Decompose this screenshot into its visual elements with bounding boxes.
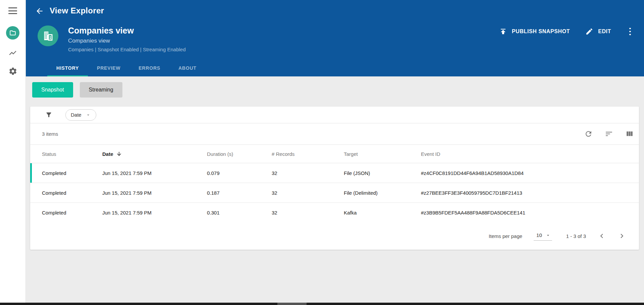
items-per-page-label: Items per page	[489, 233, 522, 239]
table-row[interactable]: Completed Jun 15, 2021 7:59 PM 0.079 32 …	[30, 163, 639, 183]
page-range-label: 1 - 3 of 3	[566, 233, 586, 239]
columns-icon[interactable]	[625, 130, 634, 138]
history-card: Date 3 items	[30, 107, 639, 250]
edit-button[interactable]: EDIT	[585, 27, 611, 36]
tab-bar: HISTORY PREVIEW ERRORS ABOUT	[47, 60, 206, 76]
view-title: Companies view	[68, 25, 186, 36]
cell-target: Kafka	[344, 210, 421, 216]
next-page-chevron-icon[interactable]	[618, 232, 626, 240]
cell-records: 32	[272, 170, 344, 176]
cell-target: File (JSON)	[344, 170, 421, 176]
date-filter-chip[interactable]: Date	[65, 109, 96, 121]
column-header-event-id[interactable]: Event ID	[421, 151, 639, 157]
cell-status: Completed	[42, 210, 102, 216]
cell-duration: 0.079	[207, 170, 272, 176]
snapshot-toggle-button[interactable]: Snapshot	[32, 82, 73, 98]
cell-date: Jun 15, 2021 7:59 PM	[102, 170, 207, 176]
cell-records: 32	[272, 190, 344, 196]
page-size-select[interactable]: 10	[534, 231, 552, 241]
sort-descending-icon	[116, 151, 122, 157]
tab-errors[interactable]: ERRORS	[129, 60, 169, 76]
sidebar-item-settings[interactable]	[8, 66, 17, 76]
settings-gear-icon	[8, 67, 17, 76]
tab-about[interactable]: ABOUT	[169, 60, 206, 76]
sidebar-item-views[interactable]	[6, 26, 19, 40]
pagination-bar: Items per page 10 1 - 3 of 3	[30, 223, 639, 249]
cell-duration: 0.187	[207, 190, 272, 196]
column-header-records[interactable]: # Records	[272, 151, 344, 157]
page-size-value: 10	[536, 232, 542, 238]
column-header-duration[interactable]: Duration (s)	[207, 151, 272, 157]
previous-page-chevron-icon[interactable]	[597, 232, 606, 240]
edit-pencil-icon	[585, 27, 593, 36]
sidebar-item-metrics[interactable]	[8, 48, 17, 58]
chevron-down-icon	[545, 233, 551, 238]
column-header-status[interactable]: Status	[42, 151, 102, 157]
back-button[interactable]	[34, 5, 46, 17]
publish-upload-icon	[499, 27, 507, 36]
buildings-icon	[42, 30, 54, 42]
cell-date: Jun 15, 2021 7:59 PM	[102, 190, 207, 196]
items-count: 3 items	[42, 131, 58, 137]
table-row[interactable]: Completed Jun 15, 2021 7:59 PM 0.301 32 …	[30, 203, 639, 223]
scrollbar-thumb[interactable]	[277, 303, 307, 305]
view-subtitle: Companies view	[68, 38, 186, 44]
date-filter-label: Date	[71, 112, 82, 118]
appbar: View Explorer	[26, 0, 644, 76]
streaming-toggle-button[interactable]: Streaming	[80, 82, 122, 98]
refresh-icon[interactable]	[584, 130, 593, 138]
filter-row: Date	[30, 107, 639, 123]
filter-funnel-icon[interactable]	[45, 111, 52, 118]
sidebar	[0, 0, 26, 305]
page-title: View Explorer	[50, 6, 104, 15]
metrics-chart-icon	[8, 49, 17, 57]
main-area: View Explorer	[26, 0, 644, 305]
edit-label: EDIT	[598, 28, 611, 35]
publish-snapshot-label: PUBLISH SNAPSHOT	[512, 28, 570, 35]
tab-history[interactable]: HISTORY	[47, 60, 88, 76]
cell-target: File (Delimited)	[344, 190, 421, 196]
views-folder-icon	[9, 29, 16, 37]
arrow-back-icon	[35, 7, 44, 15]
tab-preview[interactable]: PREVIEW	[88, 60, 129, 76]
more-options-kebab-icon[interactable]	[626, 27, 634, 36]
table-row[interactable]: Completed Jun 15, 2021 7:59 PM 0.187 32 …	[30, 183, 639, 203]
horizontal-scrollbar	[0, 303, 644, 305]
cell-event-id: #z3B9B5FDEF5AA488F9A88FDA5D6CEE141	[421, 210, 639, 216]
column-header-target[interactable]: Target	[344, 151, 421, 157]
cell-status: Completed	[42, 170, 102, 176]
publish-snapshot-button[interactable]: PUBLISH SNAPSHOT	[499, 27, 570, 36]
cell-status: Completed	[42, 190, 102, 196]
view-avatar	[38, 25, 58, 46]
cell-event-id: #z27BEE3FF3E3F40059795DC7D1BF21413	[421, 190, 639, 196]
chevron-down-icon	[86, 112, 91, 118]
cell-event-id: #z4CF0C8191DD44F6A94B1AD58930A1D84	[421, 170, 639, 176]
cell-date: Jun 15, 2021 7:59 PM	[102, 210, 207, 216]
cell-records: 32	[272, 210, 344, 216]
table-header-row: Status Date Duration (s) # Records Targe…	[30, 144, 639, 163]
app-root: View Explorer	[0, 0, 644, 305]
cell-duration: 0.301	[207, 210, 272, 216]
content-area: Snapshot Streaming Date	[26, 76, 644, 305]
table-toolbar: 3 items	[30, 123, 639, 144]
menu-icon[interactable]	[8, 7, 17, 14]
column-header-date[interactable]: Date	[102, 151, 207, 157]
mode-toggle: Snapshot Streaming	[32, 82, 122, 98]
view-meta: Companies | Snapshot Enabled | Streaming…	[68, 47, 186, 52]
sort-icon[interactable]	[605, 130, 613, 138]
